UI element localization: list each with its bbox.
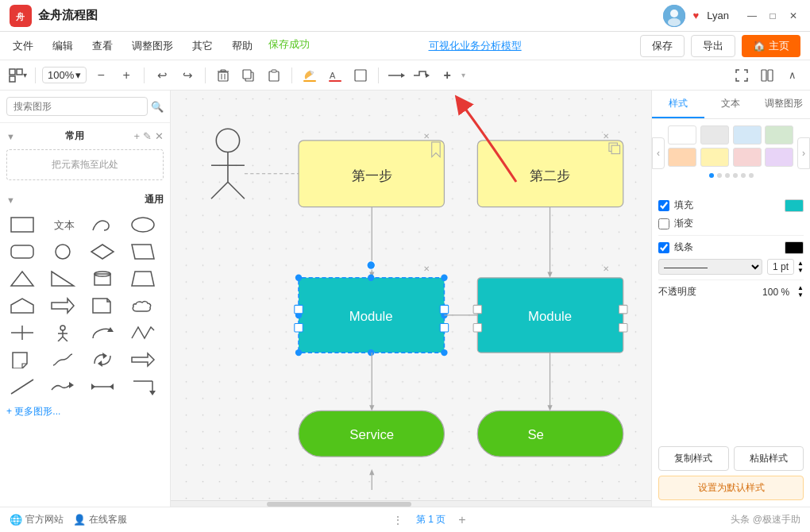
add-button[interactable]: + (436, 64, 458, 87)
shape-diamond[interactable] (87, 240, 118, 264)
dot-2[interactable] (717, 173, 722, 178)
page-layout-button[interactable]: ▾ (6, 64, 29, 87)
minimize-button[interactable]: — (745, 9, 759, 23)
fill-checkbox[interactable] (658, 200, 669, 211)
line-width-spinner[interactable]: ▲ ▼ (797, 260, 804, 274)
set-default-style-button[interactable]: 设置为默认样式 (658, 476, 804, 500)
shape-person[interactable] (47, 321, 79, 345)
paste-style-button[interactable]: 粘贴样式 (734, 446, 804, 471)
menu-file[interactable]: 文件 (10, 37, 37, 55)
shape-ellipse[interactable] (127, 213, 159, 237)
shape-cylinder[interactable] (87, 267, 118, 291)
shape-button[interactable] (349, 64, 372, 87)
color-purple[interactable] (765, 148, 793, 167)
close-section-button[interactable]: ✕ (155, 130, 164, 142)
shape-doc[interactable] (87, 294, 118, 318)
line-style-select[interactable]: ————— - - - - - · · · · · (658, 259, 762, 275)
save-button[interactable]: 保存 (640, 35, 685, 57)
shape-rect[interactable] (6, 213, 38, 237)
line-checkbox[interactable] (658, 242, 669, 253)
home-button[interactable]: 🏠 主页 (742, 35, 800, 57)
shape-circle[interactable] (47, 240, 79, 264)
shape-trapezoid[interactable] (127, 267, 159, 291)
gradient-checkbox[interactable] (658, 218, 669, 229)
shape-s-curve[interactable] (47, 348, 79, 372)
undo-button[interactable]: ↩ (151, 64, 173, 87)
shape-text[interactable]: 文本 (47, 213, 79, 237)
redo-button[interactable]: ↪ (176, 64, 199, 87)
add-page-button[interactable]: + (458, 513, 465, 527)
shape-right-triangle[interactable] (47, 267, 79, 291)
dot-3[interactable] (725, 173, 730, 178)
palette-prev-button[interactable]: ‹ (652, 137, 665, 169)
tab-style[interactable]: 样式 (652, 91, 704, 118)
more-pages-button[interactable]: ⋮ (392, 514, 403, 526)
tab-adjust-shape[interactable]: 调整图形 (758, 91, 810, 118)
shape-rotate-arrow[interactable] (87, 348, 118, 372)
shape-curved-arrow[interactable] (87, 321, 118, 345)
panel-button[interactable] (756, 64, 778, 87)
edit-section-button[interactable]: ✎ (143, 130, 152, 142)
dot-1[interactable] (709, 173, 714, 178)
menu-other[interactable]: 其它 (189, 37, 216, 55)
restore-button[interactable]: □ (766, 9, 780, 23)
copy-button[interactable] (237, 64, 260, 87)
color-pink[interactable] (733, 148, 762, 167)
dot-4[interactable] (733, 173, 738, 178)
add-section-button[interactable]: + (133, 130, 140, 142)
zoom-out-button[interactable]: − (90, 64, 112, 87)
copy-style-button[interactable]: 复制样式 (658, 446, 729, 471)
menu-edit[interactable]: 编辑 (49, 37, 76, 55)
color-white[interactable] (668, 125, 696, 145)
shape-line[interactable] (6, 375, 38, 399)
color-green[interactable] (765, 125, 793, 145)
shape-triangle[interactable] (6, 267, 38, 291)
color-blue[interactable] (733, 125, 762, 145)
arrow-button[interactable] (385, 64, 407, 87)
shape-pentagon[interactable] (6, 294, 38, 318)
shape-rounded-rect[interactable] (6, 240, 38, 264)
shape-parallelogram[interactable] (127, 240, 159, 264)
fullscreen-button[interactable] (731, 64, 753, 87)
fill-color-button[interactable] (299, 64, 321, 87)
delete-button[interactable] (212, 64, 234, 87)
close-button[interactable]: ✕ (786, 9, 800, 23)
line-color-swatch[interactable] (785, 241, 804, 254)
zoom-control[interactable]: 100% ▾ (42, 67, 87, 83)
fill-color-swatch[interactable] (785, 199, 804, 212)
official-site-link[interactable]: 🌐 官方网站 (10, 513, 64, 526)
page-1-tab[interactable]: 第 1 页 (410, 511, 452, 528)
shape-cloud[interactable] (127, 294, 159, 318)
menu-adjust-shape[interactable]: 调整图形 (129, 37, 176, 55)
color-gray[interactable] (700, 125, 729, 145)
shape-note[interactable] (6, 348, 38, 372)
shape-big-arrow[interactable] (127, 348, 159, 372)
menu-help[interactable]: 帮助 (229, 37, 256, 55)
search-input[interactable] (6, 97, 148, 116)
shape-arrow-right[interactable] (47, 294, 79, 318)
doc-title[interactable]: 可视化业务分析模型 (429, 39, 522, 53)
canvas-area[interactable]: 第一步 ✕ 第二步 ✕ (171, 91, 651, 507)
dot-6[interactable] (749, 173, 754, 178)
connector-button[interactable] (411, 64, 433, 87)
tab-text[interactable]: 文本 (704, 91, 757, 118)
shape-handwrite[interactable] (87, 213, 118, 237)
zoom-in-button[interactable]: + (115, 64, 137, 87)
collapse-button[interactable]: ∧ (781, 64, 804, 87)
more-shapes-link[interactable]: + 更多图形... (6, 402, 164, 422)
online-service-link[interactable]: 👤 在线客服 (73, 513, 127, 526)
paste-button[interactable] (263, 64, 285, 87)
shape-bent-arrow[interactable] (127, 375, 159, 399)
line-color-button[interactable]: A (324, 64, 346, 87)
palette-next-button[interactable]: › (797, 137, 810, 169)
export-button[interactable]: 导出 (691, 35, 735, 57)
shape-wave-arrow[interactable] (47, 375, 79, 399)
color-orange[interactable] (668, 148, 696, 167)
shape-cross[interactable] (6, 321, 38, 345)
shape-zigzag[interactable] (127, 321, 159, 345)
opacity-spinner[interactable]: ▲ ▼ (797, 285, 804, 299)
color-yellow[interactable] (700, 148, 729, 167)
menu-view[interactable]: 查看 (89, 37, 116, 55)
dot-5[interactable] (741, 173, 746, 178)
shape-double-arrow[interactable] (87, 375, 118, 399)
